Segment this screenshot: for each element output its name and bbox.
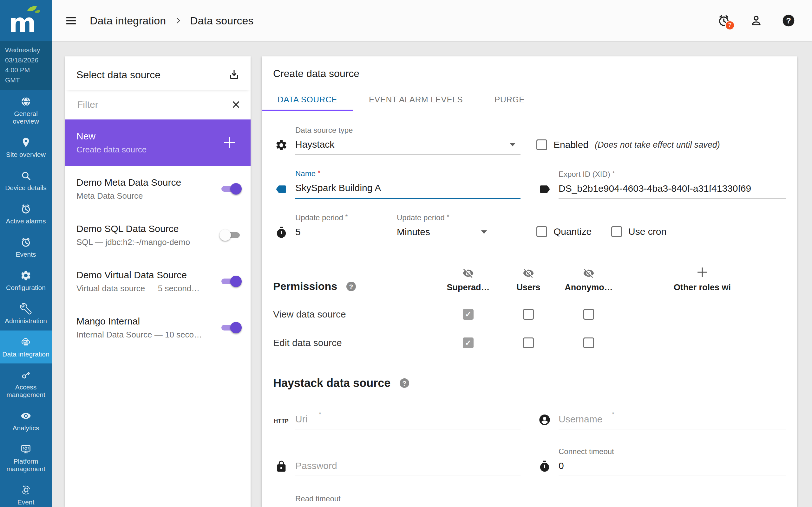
editor-tabs: DATA SOURCE EVENT ALARM LEVELS PURGE — [262, 90, 797, 111]
top-bar-actions: 7 — [717, 14, 796, 27]
sidebar-item-general-overview[interactable]: General overview — [0, 90, 52, 131]
sidebar-item-label: Administration — [5, 317, 47, 325]
help-icon[interactable] — [399, 377, 410, 389]
update-period-unit-select[interactable]: Update period * Minutes — [397, 213, 492, 242]
sidebar-item-platform-management[interactable]: Platform management — [0, 438, 52, 478]
view-superadmin-checkbox[interactable] — [463, 309, 473, 320]
enable-toggle[interactable] — [221, 277, 241, 285]
http-icon: HTTP — [273, 418, 290, 429]
sidebar-item-configuration[interactable]: Configuration — [0, 264, 52, 297]
xid-label: Export ID (XID) * — [559, 170, 786, 179]
timer-icon — [537, 460, 553, 476]
import-export-button[interactable] — [229, 69, 240, 80]
breadcrumb-data-sources[interactable]: Data sources — [190, 14, 253, 27]
chevron-right-icon — [173, 16, 183, 25]
quantize-checkbox[interactable] — [537, 226, 547, 237]
sidebar-item-data-integration[interactable]: Data integration — [0, 331, 52, 364]
help-icon[interactable] — [345, 281, 357, 292]
data-source-type-select[interactable]: Data source type Haystack — [273, 126, 520, 155]
list-panel-title: Select data source — [77, 69, 160, 81]
clock-date: 03/18/2026 — [5, 55, 49, 65]
tag-icon — [273, 183, 290, 199]
enable-toggle[interactable] — [221, 324, 241, 332]
edit-anonymous-checkbox[interactable] — [583, 337, 594, 348]
xid-input[interactable] — [559, 183, 786, 194]
permission-row-label: View data source — [273, 309, 438, 320]
sidebar-item-site-overview[interactable]: Site overview — [0, 131, 52, 164]
editor-form: Data source type Haystack Enabled (Does … — [262, 126, 797, 503]
sidebar-item-active-alarms[interactable]: Active alarms — [0, 198, 52, 231]
list-item-mango-internal[interactable]: Mango Internal Internal Data Source — 10… — [65, 304, 251, 351]
sidebar-item-administration[interactable]: Administration — [0, 297, 52, 331]
account-icon — [537, 413, 553, 429]
sidebar-item-analytics[interactable]: Analytics — [0, 404, 52, 438]
list-item-demo-sql[interactable]: Demo SQL Data Source SQL — jdbc:h2:~/man… — [65, 212, 251, 258]
filter-row — [77, 95, 241, 115]
connect-timeout-input[interactable] — [559, 460, 786, 471]
list-item-title: Demo SQL Data Source — [77, 223, 190, 234]
list-item-text: Demo SQL Data Source SQL — jdbc:h2:~/man… — [77, 223, 190, 247]
clear-filter-button[interactable] — [231, 100, 241, 110]
uri-input[interactable] — [295, 414, 520, 425]
sidebar-item-events[interactable]: Events — [0, 231, 52, 264]
view-anonymous-checkbox[interactable] — [583, 309, 594, 320]
clock-timezone: GMT — [5, 75, 49, 85]
password-input[interactable] — [295, 460, 520, 471]
eye-off-icon[interactable] — [583, 268, 595, 279]
name-label: Name * — [295, 169, 520, 179]
update-period-input[interactable] — [295, 227, 384, 237]
sidebar-item-access-management[interactable]: Access management — [0, 363, 52, 404]
enabled-checkbox[interactable] — [537, 139, 547, 150]
read-timeout-label: Read timeout — [295, 494, 786, 503]
help-button[interactable] — [781, 14, 796, 27]
sidebar-item-event[interactable]: Event — [0, 478, 52, 507]
list-item-title: Demo Virtual Data Source — [77, 270, 200, 280]
username-input[interactable] — [559, 414, 786, 425]
permissions-column-label: Users — [516, 283, 540, 292]
help-icon — [781, 14, 796, 27]
edit-superadmin-checkbox[interactable] — [463, 337, 473, 348]
list-item-demo-meta[interactable]: Demo Meta Data Source Meta Data Source — [65, 166, 251, 212]
menu-icon[interactable] — [64, 14, 78, 27]
cloud-sync-icon — [20, 336, 32, 348]
sidebar-item-label: General overview — [1, 110, 50, 125]
name-input[interactable] — [295, 182, 520, 193]
globe-icon — [20, 96, 32, 107]
sidebar-item-label: Site overview — [6, 151, 46, 158]
list-item-demo-virtual[interactable]: Demo Virtual Data Source Virtual data so… — [65, 258, 251, 304]
enabled-checkbox-row[interactable]: Enabled (Does not take effect until save… — [537, 139, 786, 150]
app-logo[interactable]: m — [0, 0, 52, 41]
quantize-checkbox-row[interactable]: Quantize — [537, 226, 592, 237]
alarms-button[interactable]: 7 — [717, 14, 731, 27]
connect-timeout-field: Connect timeout — [537, 447, 786, 476]
permissions-title: Permissions — [273, 280, 337, 292]
monitor-gear-icon — [20, 443, 32, 455]
plus-icon — [696, 266, 709, 279]
view-users-checkbox[interactable] — [523, 309, 534, 320]
tab-event-alarm-levels[interactable]: EVENT ALARM LEVELS — [353, 90, 478, 111]
filter-input[interactable] — [77, 99, 231, 110]
new-data-source-item[interactable]: New Create data source — [65, 119, 251, 166]
eye-off-icon[interactable] — [523, 268, 534, 279]
tab-data-source[interactable]: DATA SOURCE — [262, 90, 353, 111]
sidebar-item-label: Access management — [1, 383, 50, 399]
wrench-icon — [20, 303, 32, 315]
sidebar-item-device-details[interactable]: Device details — [0, 164, 52, 198]
sidebar-item-label: Active alarms — [6, 217, 46, 225]
haystack-section-title: Haystack data source — [273, 377, 391, 390]
use-cron-checkbox-row[interactable]: Use cron — [611, 226, 666, 237]
lock-icon — [273, 460, 290, 476]
other-roles-button[interactable]: Other roles with access — [619, 266, 786, 292]
tab-purge[interactable]: PURGE — [478, 90, 541, 111]
enable-toggle[interactable] — [221, 231, 241, 239]
edit-users-checkbox[interactable] — [523, 337, 534, 348]
top-bar: Data integration Data sources 7 — [52, 0, 812, 41]
use-cron-checkbox[interactable] — [611, 226, 622, 237]
editor-title: Create data source — [262, 56, 797, 79]
list-item-title: Demo Meta Data Source — [77, 177, 181, 188]
permissions-column-users: Users — [498, 268, 559, 292]
breadcrumb-data-integration[interactable]: Data integration — [90, 14, 166, 27]
enable-toggle[interactable] — [221, 185, 241, 193]
eye-off-icon[interactable] — [462, 268, 474, 279]
user-button[interactable] — [749, 14, 763, 27]
